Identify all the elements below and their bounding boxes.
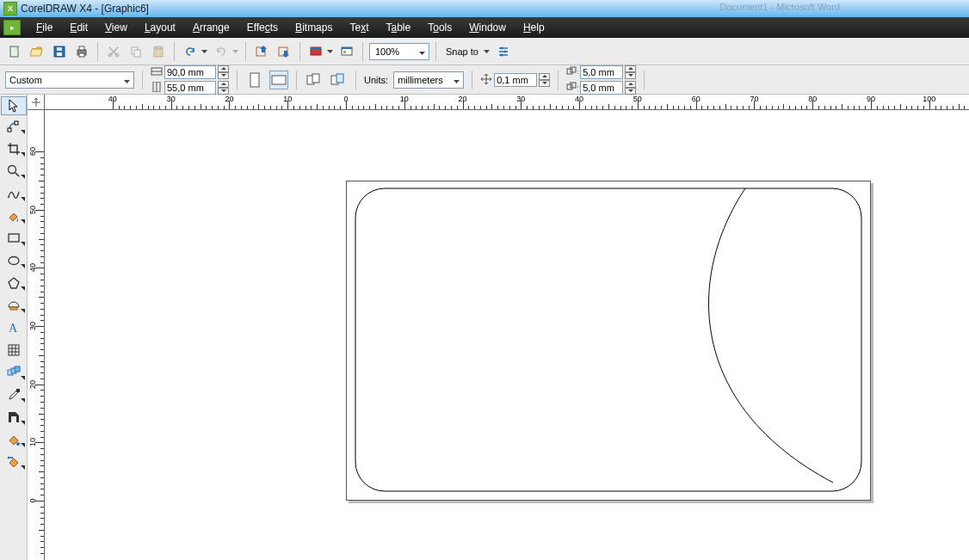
svg-rect-31	[567, 69, 572, 74]
dup-x-icon: x	[566, 66, 578, 78]
nudge-spinner[interactable]	[539, 73, 550, 87]
dup-y-spinner[interactable]	[625, 81, 636, 95]
separator	[472, 71, 472, 89]
print-button[interactable]	[72, 42, 91, 61]
export-button[interactable]	[275, 42, 293, 61]
menu-bar: ▸ File Edit View Layout Arrange Effects …	[0, 17, 969, 38]
separator	[299, 42, 300, 61]
separator	[174, 42, 175, 61]
new-button[interactable]	[5, 42, 24, 61]
svg-rect-37	[8, 128, 11, 132]
svg-rect-45	[9, 345, 19, 355]
svg-rect-25	[250, 73, 259, 87]
width-spinner[interactable]	[218, 65, 229, 79]
application-launcher-button[interactable]	[306, 42, 325, 61]
freehand-tool[interactable]	[1, 182, 27, 205]
outline-tool[interactable]	[1, 406, 27, 428]
horizontal-ruler[interactable]: 403020100102030405060708090100	[45, 95, 969, 110]
menu-help[interactable]: Help	[515, 22, 553, 34]
menu-view[interactable]: View	[96, 22, 136, 34]
paper-size-select[interactable]: Custom	[5, 71, 134, 89]
copy-button	[127, 42, 145, 61]
menu-effects[interactable]: Effects	[238, 22, 287, 34]
svg-rect-32	[571, 67, 576, 72]
text-tool[interactable]: A	[1, 317, 27, 339]
zoom-tool[interactable]	[1, 160, 27, 182]
interactive-fill-tool[interactable]	[1, 451, 27, 473]
canvas-area: 403020100102030405060708090100 605040302…	[28, 95, 969, 560]
dup-y-input[interactable]	[580, 81, 623, 95]
toolbox: A	[0, 95, 28, 560]
save-button[interactable]	[50, 42, 69, 61]
dropdown-arrow-icon	[124, 75, 130, 85]
import-button[interactable]	[252, 42, 271, 61]
pick-tool[interactable]	[1, 96, 27, 115]
app-launcher-dropdown[interactable]	[326, 42, 334, 61]
units-select[interactable]: millimeters	[393, 71, 464, 89]
page-height-field	[151, 81, 229, 95]
svg-rect-2	[57, 52, 62, 56]
interactive-blend-tool[interactable]	[1, 361, 27, 384]
nudge-input[interactable]	[494, 73, 537, 87]
paper-size-value: Custom	[9, 75, 42, 85]
height-spinner[interactable]	[218, 81, 229, 95]
separator	[237, 71, 238, 89]
menu-tools[interactable]: Tools	[419, 22, 460, 34]
undo-button[interactable]	[181, 42, 200, 61]
fill-tool[interactable]	[1, 428, 27, 451]
open-button[interactable]	[28, 42, 46, 61]
menu-layout[interactable]: Layout	[136, 22, 184, 34]
polygon-tool[interactable]	[1, 272, 27, 294]
menu-arrange[interactable]: Arrange	[184, 22, 238, 34]
page-height-input[interactable]	[164, 81, 216, 95]
zoom-value: 100%	[375, 46, 399, 57]
drawing-canvas[interactable]	[45, 110, 969, 560]
svg-rect-48	[15, 366, 20, 372]
eyedropper-tool[interactable]	[1, 384, 27, 406]
redo-button	[212, 42, 231, 61]
menu-text[interactable]: Text	[341, 22, 377, 34]
welcome-screen-button[interactable]	[337, 42, 356, 61]
menu-file[interactable]: File	[28, 22, 61, 34]
vertical-ruler[interactable]: 6050403020100	[28, 110, 45, 560]
dup-x-spinner[interactable]	[625, 65, 636, 79]
redo-dropdown[interactable]	[231, 42, 239, 61]
shape-tool[interactable]	[1, 115, 27, 138]
separator	[362, 42, 363, 61]
menu-window[interactable]: Window	[460, 22, 515, 34]
svg-rect-28	[312, 74, 319, 83]
svg-rect-12	[156, 46, 161, 49]
table-tool[interactable]	[1, 339, 27, 361]
smart-fill-tool[interactable]	[1, 205, 27, 227]
dup-x-input[interactable]	[580, 65, 623, 79]
crop-tool[interactable]	[1, 138, 27, 160]
nudge-field	[480, 73, 550, 87]
svg-rect-16	[311, 47, 321, 49]
app-menu-icon[interactable]: ▸	[3, 20, 21, 35]
menu-table[interactable]: Table	[378, 22, 420, 34]
svg-rect-43	[10, 307, 17, 310]
page-width-field	[151, 65, 229, 79]
options-button[interactable]	[494, 42, 513, 61]
portrait-button[interactable]	[245, 71, 264, 89]
snap-to-label[interactable]: Snap to	[442, 46, 482, 57]
menu-bitmaps[interactable]: Bitmaps	[287, 22, 341, 34]
svg-text:y: y	[577, 84, 578, 91]
basic-shapes-tool[interactable]	[1, 294, 27, 317]
svg-point-22	[501, 53, 503, 56]
svg-rect-52	[11, 457, 13, 458]
rectangle-tool[interactable]	[1, 227, 27, 249]
ruler-corner[interactable]	[28, 95, 45, 110]
apply-current-page-button[interactable]	[329, 71, 348, 89]
snap-to-dropdown[interactable]	[483, 42, 491, 61]
landscape-button[interactable]	[269, 71, 288, 89]
zoom-level-select[interactable]: 100%	[369, 43, 429, 60]
svg-rect-19	[343, 51, 346, 53]
page-width-input[interactable]	[164, 65, 216, 79]
svg-rect-5	[79, 46, 84, 50]
svg-rect-41	[9, 234, 19, 242]
undo-dropdown[interactable]	[201, 42, 208, 61]
ellipse-tool[interactable]	[1, 249, 27, 272]
apply-all-pages-button[interactable]	[305, 71, 324, 89]
menu-edit[interactable]: Edit	[61, 22, 96, 34]
